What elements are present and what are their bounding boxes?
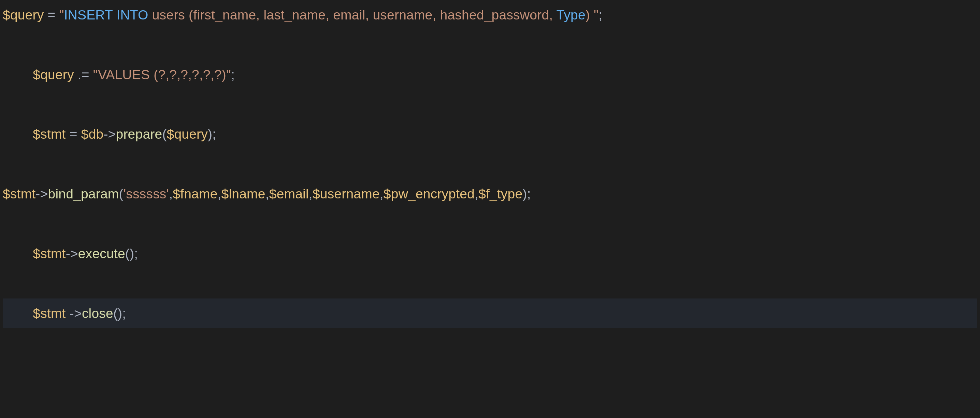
code-line-1: $query = "INSERT INTO users (first_name,… — [3, 8, 602, 22]
token-method: execute — [78, 246, 125, 261]
token-variable: $pw_encrypted — [383, 187, 475, 201]
token-variable: $query — [33, 67, 74, 82]
token-variable: $f_type — [479, 187, 522, 201]
token-comma: , — [380, 187, 383, 201]
code-line-7: $stmt->bind_param('ssssss',$fname,$lname… — [3, 187, 531, 201]
token-variable: $fname — [173, 187, 217, 201]
token-variable: $query — [3, 8, 44, 22]
code-line-11: $stmt ->close(); — [3, 298, 977, 328]
token-variable: $email — [269, 187, 309, 201]
token-string-quote: " — [93, 67, 98, 82]
token-variable: $stmt — [33, 306, 65, 321]
token-comma: , — [266, 187, 269, 201]
token-variable: $db — [81, 127, 104, 141]
token-string-literal: 'ssssss' — [124, 187, 169, 201]
token-indent — [3, 67, 33, 82]
token-string: users (first_name, last_name, email, use… — [148, 8, 557, 22]
token-semicolon: ; — [134, 246, 138, 261]
token-string: ) — [585, 8, 594, 22]
token-method: close — [82, 306, 113, 321]
token-semicolon: ; — [527, 187, 531, 201]
token-sql-keyword: Type — [557, 8, 585, 22]
code-line-blank — [3, 336, 6, 350]
token-paren: ( — [119, 187, 124, 201]
token-string-quote: " — [226, 67, 231, 82]
code-line-blank — [3, 276, 6, 290]
token-variable: $stmt — [33, 246, 65, 261]
token-arrow: -> — [35, 187, 48, 201]
token-method: prepare — [116, 127, 162, 141]
token-operator: .= — [74, 67, 93, 82]
token-sql-keyword: INSERT INTO — [64, 8, 148, 22]
token-indent — [3, 127, 33, 141]
token-paren: ) — [208, 127, 212, 141]
code-line-blank — [3, 157, 6, 171]
token-paren: ) — [522, 187, 527, 201]
code-line-5: $stmt = $db->prepare($query); — [3, 127, 216, 141]
token-variable: $query — [167, 127, 208, 141]
code-line-blank — [3, 37, 6, 52]
token-comma: , — [475, 187, 479, 201]
token-space — [66, 306, 70, 321]
token-arrow: -> — [70, 306, 82, 321]
token-variable: $username — [313, 187, 380, 201]
token-variable: $stmt — [3, 187, 35, 201]
token-semicolon: ; — [231, 67, 235, 82]
token-method: bind_param — [48, 187, 119, 201]
token-indent — [3, 306, 33, 321]
token-comma: , — [218, 187, 221, 201]
token-arrow: -> — [103, 127, 116, 141]
token-operator: = — [66, 127, 81, 141]
token-operator: = — [44, 8, 59, 22]
token-semicolon: ; — [122, 306, 126, 321]
code-line-blank — [3, 97, 6, 112]
token-comma: , — [309, 187, 313, 201]
token-string-quote: " — [59, 8, 64, 22]
token-variable: $stmt — [33, 127, 65, 141]
token-semicolon: ; — [212, 127, 216, 141]
code-editor[interactable]: $query = "INSERT INTO users (first_name,… — [0, 0, 980, 388]
token-string: VALUES (?,?,?,?,?,?) — [98, 67, 226, 82]
token-parens: () — [125, 246, 134, 261]
token-parens: () — [113, 306, 122, 321]
code-line-9: $stmt->execute(); — [3, 246, 138, 261]
token-arrow: -> — [66, 246, 78, 261]
token-string-quote: " — [594, 8, 598, 22]
token-paren: ( — [162, 127, 167, 141]
token-comma: , — [169, 187, 173, 201]
code-line-blank — [3, 217, 6, 231]
token-indent — [3, 246, 33, 261]
token-variable: $lname — [221, 187, 266, 201]
code-line-blank — [3, 365, 6, 380]
code-line-3: $query .= "VALUES (?,?,?,?,?,?)"; — [3, 67, 235, 82]
token-semicolon: ; — [598, 8, 602, 22]
